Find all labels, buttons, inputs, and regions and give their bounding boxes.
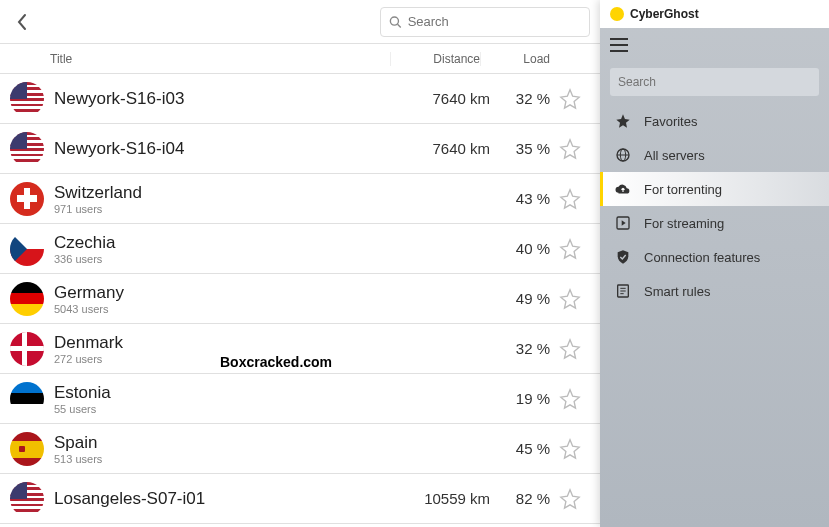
- sidebar-item-smart-rules[interactable]: Smart rules: [600, 274, 829, 308]
- server-row[interactable]: Germany5043 users49 %: [0, 274, 600, 324]
- server-users: 513 users: [54, 453, 400, 465]
- favorite-toggle[interactable]: [550, 288, 590, 310]
- server-distance: 7640 km: [400, 140, 490, 157]
- rules-icon: [614, 282, 632, 300]
- sidebar-search-input[interactable]: [618, 75, 811, 89]
- sidebar-item-label: Connection features: [644, 250, 760, 265]
- watermark-text: Boxcracked.com: [220, 354, 332, 370]
- brand-name: CyberGhost: [630, 7, 699, 21]
- sidebar-item-favorites[interactable]: Favorites: [600, 104, 829, 138]
- server-row[interactable]: Newyork-S16-i037640 km32 %: [0, 74, 600, 124]
- search-bar[interactable]: [380, 7, 590, 37]
- favorite-toggle[interactable]: [550, 338, 590, 360]
- server-name: Switzerland: [54, 183, 400, 203]
- column-headers: Title Distance Load: [0, 44, 600, 74]
- flag-icon: [10, 282, 44, 316]
- server-users: 55 users: [54, 403, 400, 415]
- sidebar-item-connection-features[interactable]: Connection features: [600, 240, 829, 274]
- play-icon: [614, 214, 632, 232]
- search-input[interactable]: [408, 14, 581, 29]
- sidebar-item-label: For torrenting: [644, 182, 722, 197]
- server-distance: 7640 km: [400, 90, 490, 107]
- server-name: Estonia: [54, 383, 400, 403]
- server-load: 45 %: [490, 440, 550, 457]
- favorite-toggle[interactable]: [550, 138, 590, 160]
- flag-icon: [10, 232, 44, 266]
- server-name: Losangeles-S07-i01: [54, 489, 400, 509]
- sidebar-item-label: Smart rules: [644, 284, 710, 299]
- svg-line-1: [398, 24, 401, 27]
- sidebar: CyberGhost FavoritesAll serversFor torre…: [600, 0, 829, 527]
- svg-point-0: [390, 17, 398, 25]
- flag-icon: [10, 182, 44, 216]
- server-name: Spain: [54, 433, 400, 453]
- back-button[interactable]: [10, 10, 34, 34]
- server-row[interactable]: Switzerland971 users43 %: [0, 174, 600, 224]
- sidebar-item-for-torrenting[interactable]: For torrenting: [600, 172, 829, 206]
- server-users: 336 users: [54, 253, 400, 265]
- ghost-icon: [610, 7, 624, 21]
- server-load: 49 %: [490, 290, 550, 307]
- col-distance[interactable]: Distance: [390, 52, 480, 66]
- server-row[interactable]: Newyork-S16-i047640 km35 %: [0, 124, 600, 174]
- favorite-toggle[interactable]: [550, 88, 590, 110]
- flag-icon: [10, 332, 44, 366]
- server-name: Denmark: [54, 333, 400, 353]
- sidebar-search[interactable]: [610, 68, 819, 96]
- server-users: 971 users: [54, 203, 400, 215]
- sidebar-item-for-streaming[interactable]: For streaming: [600, 206, 829, 240]
- sidebar-item-label: Favorites: [644, 114, 697, 129]
- sidebar-item-all-servers[interactable]: All servers: [600, 138, 829, 172]
- server-distance: 10559 km: [400, 490, 490, 507]
- favorite-toggle[interactable]: [550, 188, 590, 210]
- brand-logo: CyberGhost: [600, 0, 829, 28]
- menu-button[interactable]: [610, 38, 628, 56]
- cloud-icon: [614, 180, 632, 198]
- col-load[interactable]: Load: [480, 52, 550, 66]
- server-load: 32 %: [490, 90, 550, 107]
- server-load: 35 %: [490, 140, 550, 157]
- sidebar-item-label: All servers: [644, 148, 705, 163]
- flag-icon: [10, 382, 44, 416]
- server-load: 19 %: [490, 390, 550, 407]
- server-load: 43 %: [490, 190, 550, 207]
- star-icon: [614, 112, 632, 130]
- flag-icon: [10, 82, 44, 116]
- server-row[interactable]: Losangeles-S07-i0110559 km82 %: [0, 474, 600, 524]
- favorite-toggle[interactable]: [550, 438, 590, 460]
- search-icon: [389, 15, 402, 29]
- server-name: Czechia: [54, 233, 400, 253]
- sidebar-item-label: For streaming: [644, 216, 724, 231]
- server-load: 32 %: [490, 340, 550, 357]
- server-row[interactable]: Czechia336 users40 %: [0, 224, 600, 274]
- server-row[interactable]: Spain513 users45 %: [0, 424, 600, 474]
- server-name: Newyork-S16-i03: [54, 89, 400, 109]
- col-title[interactable]: Title: [50, 52, 390, 66]
- favorite-toggle[interactable]: [550, 238, 590, 260]
- server-name: Newyork-S16-i04: [54, 139, 400, 159]
- favorite-toggle[interactable]: [550, 388, 590, 410]
- server-load: 82 %: [490, 490, 550, 507]
- flag-icon: [10, 482, 44, 516]
- shield-icon: [614, 248, 632, 266]
- server-load: 40 %: [490, 240, 550, 257]
- flag-icon: [10, 432, 44, 466]
- server-name: Germany: [54, 283, 400, 303]
- favorite-toggle[interactable]: [550, 488, 590, 510]
- server-row[interactable]: Estonia55 users19 %: [0, 374, 600, 424]
- globe-icon: [614, 146, 632, 164]
- server-users: 5043 users: [54, 303, 400, 315]
- flag-icon: [10, 132, 44, 166]
